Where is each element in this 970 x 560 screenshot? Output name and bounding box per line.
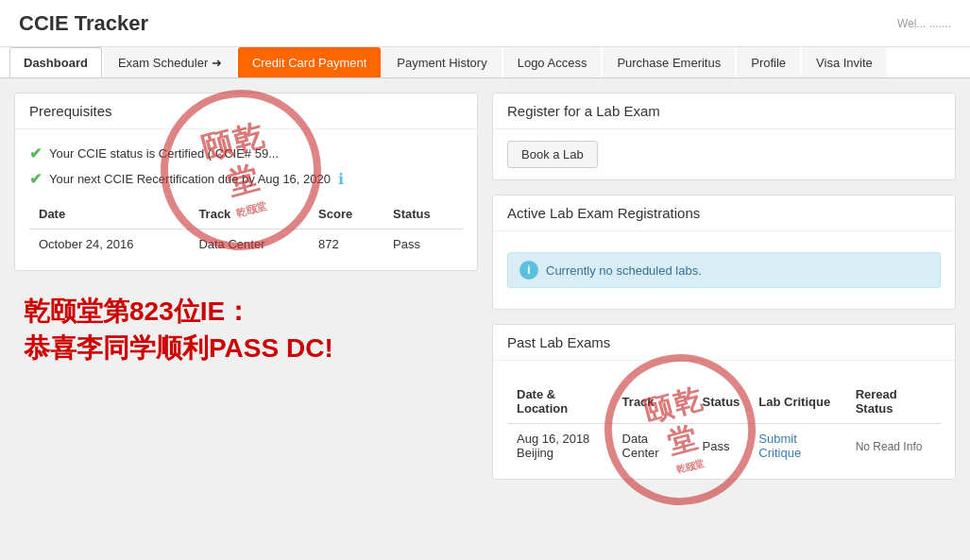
col-status: Status <box>383 199 463 229</box>
active-registrations-card: Active Lab Exam Registrations i Currentl… <box>492 195 956 310</box>
info-icon[interactable]: ℹ <box>338 170 344 188</box>
active-registrations-body: i Currently no scheduled labs. <box>493 231 955 309</box>
no-labs-info-box: i Currently no scheduled labs. <box>507 252 941 288</box>
check-icon-1: ✔ <box>29 144 42 162</box>
register-lab-card: Register for a Lab Exam Book a Lab <box>492 93 956 180</box>
info-circle-icon: i <box>519 261 538 280</box>
prereq-item-1: ✔ Your CCIE status is Certified ( CCIE# … <box>29 141 463 166</box>
cell-score: 872 <box>309 229 383 260</box>
tab-dashboard[interactable]: Dashboard <box>9 47 102 77</box>
user-info: Wel... ....... <box>897 17 951 30</box>
right-panel: Register for a Lab Exam Book a Lab Activ… <box>492 93 956 527</box>
prerequisites-body: ✔ Your CCIE status is Certified ( CCIE# … <box>15 129 477 270</box>
past-lab-exams-title: Past Lab Exams <box>493 325 955 361</box>
prereq-text-1: Your CCIE status is Certified ( CCIE# 59… <box>49 146 279 161</box>
check-icon-2: ✔ <box>29 170 42 188</box>
register-lab-title: Register for a Lab Exam <box>493 93 955 129</box>
col-past-status: Status <box>693 380 750 424</box>
cell-date-location: Aug 16, 2018Beijing <box>507 424 613 468</box>
cell-past-status: Pass <box>693 424 750 468</box>
tab-payment-history[interactable]: Payment History <box>383 47 501 77</box>
prereq-text-2: Your next CCIE Recertification due by Au… <box>49 172 331 186</box>
tab-logo-access[interactable]: Logo Access <box>503 47 602 77</box>
col-score: Score <box>309 199 383 229</box>
cell-status: Pass <box>383 229 463 260</box>
col-date: Date <box>29 199 189 229</box>
tab-exam-scheduler[interactable]: Exam Scheduler ➜ <box>104 47 236 77</box>
book-lab-button[interactable]: Book a Lab <box>507 141 598 168</box>
prerequisites-title: Prerequisites <box>15 93 477 129</box>
header: CCIE Tracker Wel... ....... <box>0 0 970 47</box>
col-past-track: Track <box>613 380 693 424</box>
tab-profile[interactable]: Profile <box>737 47 800 77</box>
tab-purchase-emeritus[interactable]: Purchase Emeritus <box>603 47 735 77</box>
cell-lab-critique: Submit Critique <box>749 424 845 468</box>
prereq-item-2: ✔ Your next CCIE Recertification due by … <box>29 166 463 192</box>
active-registrations-title: Active Lab Exam Registrations <box>493 195 955 231</box>
cell-past-track: Data Center <box>613 424 693 468</box>
app-title: CCIE Tracker <box>19 11 148 36</box>
table-row: October 24, 2016 Data Center 872 Pass <box>29 229 463 260</box>
col-reread-status: Reread Status <box>846 380 941 424</box>
register-lab-body: Book a Lab <box>493 129 955 179</box>
cell-track: Data Center <box>189 229 309 260</box>
promo-line1: 乾颐堂第823位IE： <box>24 293 333 330</box>
past-exams-table: Date & Location Track Status Lab Critiqu… <box>507 380 941 467</box>
no-labs-text: Currently no scheduled labs. <box>546 263 702 278</box>
col-track: Track <box>189 199 309 229</box>
tab-credit-card[interactable]: Credit Card Payment <box>238 47 381 77</box>
promo-text: 乾颐堂第823位IE： 恭喜李同学顺利PASS DC! <box>24 293 333 366</box>
tab-bar: Dashboard Exam Scheduler ➜ Credit Card P… <box>0 47 970 78</box>
past-lab-exams-body: Date & Location Track Status Lab Critiqu… <box>493 361 955 479</box>
past-lab-exams-card: Past Lab Exams Date & Location Track Sta… <box>492 324 956 480</box>
no-read-text: No Read Info <box>856 440 923 453</box>
tab-visa-invite[interactable]: Visa Invite <box>802 47 887 77</box>
promo-line2: 恭喜李同学顺利PASS DC! <box>24 330 333 366</box>
cell-date: October 24, 2016 <box>29 229 189 260</box>
past-exam-row: Aug 16, 2018Beijing Data Center Pass Sub… <box>507 424 941 468</box>
cell-reread-status: No Read Info <box>846 424 941 468</box>
prereq-table: Date Track Score Status October 24, 2016… <box>29 199 463 259</box>
col-date-location: Date & Location <box>507 380 613 424</box>
prerequisites-card: Prerequisites ✔ Your CCIE status is Cert… <box>14 93 478 271</box>
page-wrapper: CCIE Tracker Wel... ....... Dashboard Ex… <box>0 0 970 560</box>
col-lab-critique: Lab Critique <box>749 380 845 424</box>
submit-critique-link[interactable]: Submit Critique <box>758 432 801 460</box>
